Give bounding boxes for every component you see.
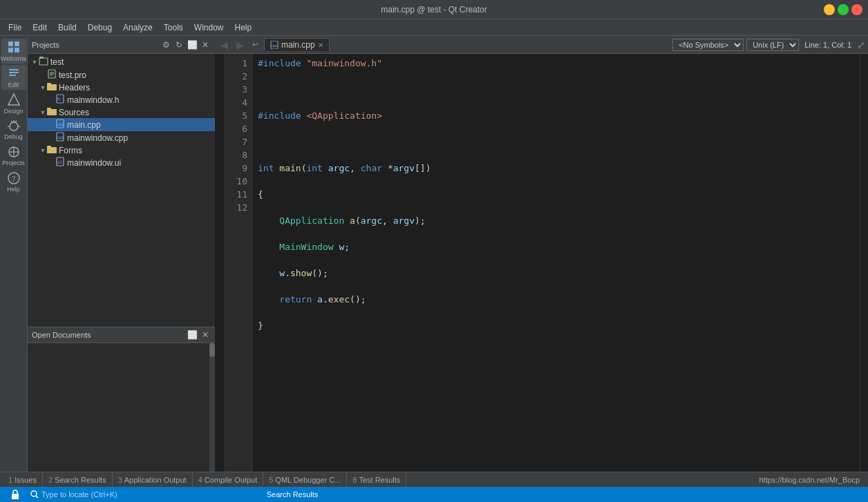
search-results-label: Search Results xyxy=(267,490,319,499)
svg-rect-1 xyxy=(15,41,19,46)
editor-tab-main-cpp[interactable]: cpp main.cpp ✕ xyxy=(264,38,330,51)
sidebar-item-label: Welcome xyxy=(1,55,26,62)
editor-gutter xyxy=(215,54,225,472)
sidebar-item-help[interactable]: ? Help xyxy=(1,170,26,195)
svg-text:?: ? xyxy=(12,174,15,184)
left-panel: Projects ⚙ ↻ ⬜ ✕ ▼ test xyxy=(28,36,215,472)
svg-text:cpp: cpp xyxy=(57,135,64,140)
menu-item-debug[interactable]: Debug xyxy=(82,21,117,34)
btab-qml-debugger[interactable]: 5 QML Debugger C... xyxy=(263,472,347,487)
line-num-1: 1 xyxy=(225,57,247,70)
code-content[interactable]: #include "mainwindow.h" #include <QAppli… xyxy=(252,54,860,472)
btab-num-8: 8 xyxy=(352,476,357,484)
tree-label-sources: Sources xyxy=(59,108,89,117)
code-line-5: int main(int argc, char *argv[]) xyxy=(258,162,854,175)
tree-item-sources[interactable]: ▼ Sources xyxy=(28,106,215,118)
svg-marker-7 xyxy=(8,94,19,105)
svg-rect-41 xyxy=(12,494,19,499)
main-layout: Welcome Edit Design xyxy=(0,36,868,472)
menu-item-file[interactable]: File xyxy=(3,21,27,34)
btab-label-qml-debugger: QML Debugger C... xyxy=(275,476,341,484)
btab-label-issues: Issues xyxy=(15,476,37,484)
open-docs-icons: ⬜ ✕ xyxy=(187,329,211,340)
debug-icon xyxy=(7,119,21,132)
sidebar-item-edit[interactable]: Edit xyxy=(1,65,26,90)
editor-expand-button[interactable]: ⤢ xyxy=(857,39,865,50)
sync-icon[interactable]: ↻ xyxy=(173,39,185,50)
open-docs-close-icon[interactable]: ✕ xyxy=(200,329,211,340)
svg-rect-19 xyxy=(39,58,48,65)
tree-item-mainwindow-ui[interactable]: ui mainwindow.ui xyxy=(28,156,215,169)
svg-rect-5 xyxy=(9,72,19,73)
projects-panel-header: Projects ⚙ ↻ ⬜ ✕ xyxy=(28,36,215,54)
svg-text:ui: ui xyxy=(57,160,63,164)
code-line-2 xyxy=(258,83,854,96)
code-editor[interactable]: 1 2 3 4 5 6 7 8 9 10 11 12 #include "mai… xyxy=(215,54,868,472)
line-ending-dropdown[interactable]: Unix (LF) xyxy=(746,39,799,51)
lock-icon xyxy=(11,490,19,499)
btab-label-search-results: Search Results xyxy=(55,476,106,484)
sidebar-item-welcome[interactable]: Welcome xyxy=(1,39,26,64)
cpp-file-icon-main: cpp xyxy=(55,119,65,131)
sidebar-debug-label: Debug xyxy=(4,133,23,140)
maximize-button[interactable] xyxy=(838,4,849,15)
btab-issues[interactable]: 1 Issues xyxy=(3,472,43,487)
menu-item-edit[interactable]: Edit xyxy=(27,21,53,34)
filter-icon[interactable]: ⚙ xyxy=(160,39,171,50)
locate-input-area[interactable]: Type to locate (Ctrl+K) xyxy=(25,487,123,502)
menu-item-analyze[interactable]: Analyze xyxy=(117,21,158,34)
code-line-6: { xyxy=(258,188,854,201)
sidebar-edit-label: Edit xyxy=(8,81,19,88)
menu-item-help[interactable]: Help xyxy=(229,21,258,34)
minimize-button[interactable] xyxy=(824,4,835,15)
open-docs-split-icon[interactable]: ⬜ xyxy=(187,329,198,340)
menu-item-tools[interactable]: Tools xyxy=(158,21,189,34)
nav-back-button[interactable]: ◀ xyxy=(218,39,231,51)
tree-item-headers[interactable]: ▼ Headers xyxy=(28,81,215,93)
svg-text:h: h xyxy=(57,97,60,102)
status-link[interactable]: https://blog.csdn.net/Mr_Bocp xyxy=(753,476,865,484)
line-num-8: 8 xyxy=(225,148,247,162)
menu-item-build[interactable]: Build xyxy=(53,21,82,34)
line-num-10: 10 xyxy=(225,175,247,188)
tree-item-mainwindow-h[interactable]: h mainwindow.h xyxy=(28,93,215,106)
sidebar-item-projects[interactable]: Projects xyxy=(1,144,26,168)
search-icon-status xyxy=(30,490,39,499)
status-lock-icon[interactable] xyxy=(6,487,25,502)
tree-item-test[interactable]: ▼ test xyxy=(28,55,215,68)
svg-rect-29 xyxy=(47,109,57,115)
split-icon[interactable]: ⬜ xyxy=(187,39,198,50)
statusbar: Type to locate (Ctrl+K) Search Results xyxy=(0,487,868,502)
tree-item-testpro[interactable]: test.pro xyxy=(28,68,215,81)
tab-close-button[interactable]: ✕ xyxy=(318,41,323,49)
sidebar-item-debug[interactable]: Debug xyxy=(1,117,26,142)
close-button[interactable] xyxy=(851,4,862,15)
close-panel-icon[interactable]: ✕ xyxy=(200,39,211,50)
sidebar-item-design[interactable]: Design xyxy=(1,91,26,116)
welcome-icon xyxy=(7,40,21,54)
open-docs-title: Open Documents xyxy=(32,331,184,339)
symbols-dropdown[interactable]: <No Symbols> xyxy=(672,39,744,51)
search-results-status[interactable]: Search Results xyxy=(261,487,324,502)
bottom-tabs: 1 Issues 2 Search Results 3 Application … xyxy=(0,472,868,487)
code-line-10: return a.exec(); xyxy=(258,293,854,306)
tree-item-forms[interactable]: ▼ Forms xyxy=(28,144,215,156)
tree-item-mainwindow-cpp[interactable]: cpp mainwindow.cpp xyxy=(28,131,215,144)
svg-rect-6 xyxy=(9,75,16,76)
open-documents-panel: Open Documents ⬜ ✕ test main.cpp xyxy=(28,327,215,472)
tree-label-mainwindow-cpp: mainwindow.cpp xyxy=(67,133,128,143)
svg-rect-4 xyxy=(9,69,19,70)
line-num-2: 2 xyxy=(225,70,247,83)
btab-app-output[interactable]: 3 Application Output xyxy=(113,472,193,487)
svg-line-43 xyxy=(36,496,38,498)
menu-item-window[interactable]: Window xyxy=(189,21,229,34)
btab-compile-output[interactable]: 4 Compile Output xyxy=(193,472,264,487)
nav-history-button[interactable]: ↩ xyxy=(249,39,261,50)
tree-label-forms: Forms xyxy=(59,146,82,155)
file-tree: ▼ test test.pro ▼ xyxy=(28,54,215,327)
nav-forward-button[interactable]: ▶ xyxy=(234,39,247,51)
btab-test-results[interactable]: 8 Test Results xyxy=(347,472,406,487)
tree-item-main-cpp[interactable]: cpp main.cpp xyxy=(28,118,215,131)
svg-rect-0 xyxy=(8,41,13,46)
btab-search-results[interactable]: 2 Search Results xyxy=(43,472,113,487)
